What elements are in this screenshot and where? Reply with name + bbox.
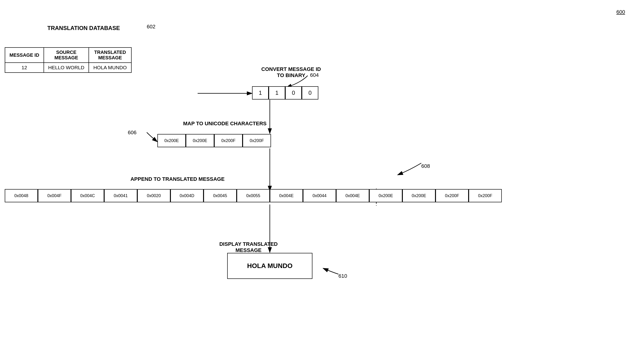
ref-number-600: 600 <box>616 9 625 15</box>
append-label: APPEND TO TRANSLATED MESSAGE <box>95 176 260 182</box>
binary-cell-2: 1 <box>269 86 285 100</box>
col-translated-message: TRANSLATEDMESSAGE <box>89 47 131 63</box>
cell-source-message: HELLO WORLD <box>44 63 89 73</box>
hex-cell-200e2: 0x200E <box>402 189 436 202</box>
binary-cell-1: 1 <box>252 86 269 100</box>
hex-cell-200f2: 0x200F <box>468 189 502 202</box>
display-label: DISPLAY TRANSLATED MESSAGE <box>189 241 308 253</box>
hex-boxes: 0x0048 0x004F 0x004C 0x0041 0x0020 0x004… <box>5 189 502 202</box>
ref-604: 604 <box>310 72 319 78</box>
ref-608: 608 <box>421 163 430 169</box>
unicode-cell-4: 0x200F <box>242 134 271 147</box>
hex-cell-004c: 0x004C <box>71 189 104 202</box>
hex-cell-0044: 0x0044 <box>303 189 336 202</box>
binary-boxes: 1 1 0 0 <box>252 86 318 100</box>
cell-translated-message: HOLA MUNDO <box>89 63 131 73</box>
hex-cell-200e1: 0x200E <box>369 189 402 202</box>
hex-cell-004e: 0x004E <box>270 189 303 202</box>
binary-cell-4: 0 <box>302 86 318 100</box>
hex-cell-004e2: 0x004E <box>336 189 369 202</box>
ref-602: 602 <box>147 24 156 30</box>
col-message-id: MESSAGE ID <box>5 47 44 63</box>
unicode-cell-3: 0x200F <box>214 134 242 147</box>
hex-cell-0055: 0x0055 <box>237 189 270 202</box>
hex-cell-0041: 0x0041 <box>104 189 137 202</box>
result-box: HOLA MUNDO <box>227 253 312 279</box>
convert-label: CONVERT MESSAGE ID TO BINARY <box>251 66 331 78</box>
map-unicode-label: MAP TO UNICODE CHARACTERS <box>166 121 284 127</box>
unicode-cell-2: 0x200E <box>186 134 214 147</box>
hex-cell-0048: 0x0048 <box>5 189 38 202</box>
hex-cell-004d: 0x004D <box>170 189 204 202</box>
ref-610: 610 <box>338 273 347 279</box>
unicode-cell-1: 0x200E <box>158 134 186 147</box>
translation-table: MESSAGE ID SOURCEMESSAGE TRANSLATEDMESSA… <box>5 47 132 73</box>
hex-cell-004f: 0x004F <box>38 189 71 202</box>
hex-cell-0045: 0x0045 <box>204 189 237 202</box>
unicode-boxes: 0x200E 0x200E 0x200F 0x200F <box>158 134 271 147</box>
ref-606: 606 <box>128 130 136 136</box>
hex-cell-200f1: 0x200F <box>436 189 468 202</box>
hex-cell-0020: 0x0020 <box>137 189 170 202</box>
translation-database-label: TRANSLATION DATABASE <box>47 25 120 31</box>
cell-message-id: 12 <box>5 63 44 73</box>
binary-cell-3: 0 <box>285 86 302 100</box>
col-source-message: SOURCEMESSAGE <box>44 47 89 63</box>
